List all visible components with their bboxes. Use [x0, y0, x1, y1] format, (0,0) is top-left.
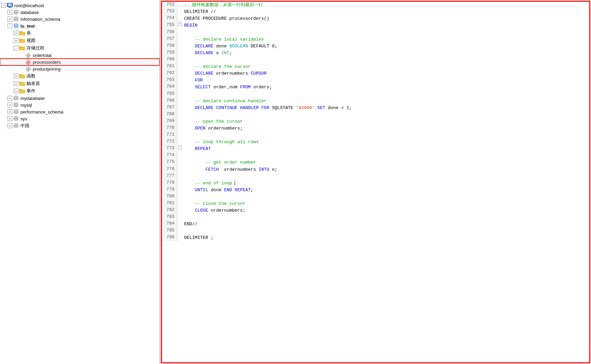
code-content-778[interactable]: -- end of loop [183, 180, 589, 187]
tree-label-lu_test_events: 事件 [27, 88, 35, 94]
expand-icon-processorders[interactable] [20, 60, 25, 64]
tree-item-processorders[interactable]: processorders [0, 59, 160, 65]
tree-label-lu_test_triggers: 触发器 [27, 80, 40, 87]
line-number-776: 776 [162, 166, 177, 173]
code-line-780: 780 [162, 194, 589, 200]
line-number-766: 766 [162, 98, 177, 105]
code-line-778: 778 -- end of loop [162, 180, 589, 187]
expand-icon-sys[interactable]: + [8, 116, 12, 121]
code-content-771[interactable] [183, 132, 589, 139]
tree-item-ordertotal[interactable]: ordertotal [0, 52, 160, 59]
code-content-777[interactable] [183, 173, 589, 180]
code-content-768[interactable] [183, 111, 589, 118]
svg-rect-27 [28, 53, 29, 54]
code-content-775[interactable]: -- get order number [183, 159, 589, 166]
code-line-761: 761 -- declare the cursor [162, 63, 589, 70]
line-number-754: 754 [162, 15, 177, 22]
code-content-760[interactable] [183, 57, 589, 63]
fold-icon-767 [177, 105, 183, 111]
code-content-784[interactable]: END// [183, 221, 589, 228]
code-content-752[interactable]: -- 循环检索数据，从第一行到最后一行 [183, 2, 589, 9]
svg-rect-31 [26, 54, 27, 55]
expand-icon-performance_schema[interactable]: + [8, 109, 12, 114]
code-content-764[interactable]: SELECT order_num FROM orders; [183, 84, 589, 91]
code-content-769[interactable]: -- open the cursor [183, 118, 589, 125]
code-content-767[interactable]: DECLARE CONTINUE HANDLER FOR SQLSTATE '0… [183, 105, 589, 111]
code-content-763[interactable]: FOR [183, 77, 589, 84]
code-content-758[interactable]: DECLARE done BOOLEAN DEFAULT 0; [183, 43, 589, 50]
code-content-785[interactable] [183, 228, 589, 234]
code-content-773[interactable]: REPEAT [183, 146, 589, 152]
tree-item-lu_test_events[interactable]: + 事件 [0, 87, 160, 95]
tree-item-lu_test_views[interactable]: + 视图 [0, 37, 160, 44]
code-content-781[interactable]: -- close the cursor [183, 200, 589, 207]
expand-icon-mydatabase[interactable]: + [8, 96, 12, 101]
expand-icon-information_schema[interactable]: + [8, 17, 12, 21]
fold-icon-755[interactable]: − [177, 22, 183, 29]
tree-item-performance_schema[interactable]: + performance_schema [0, 108, 160, 115]
code-line-755: 755−BEGIN [162, 22, 589, 29]
code-editor[interactable]: 752-- 循环检索数据，从第一行到最后一行753DELIMITER //754… [161, 1, 590, 363]
fold-icon-768 [177, 111, 183, 118]
tree-item-sys[interactable]: + sys [0, 115, 160, 122]
expand-icon-zhongguo[interactable]: + [8, 123, 12, 128]
code-content-776[interactable]: FETCH ordernumbers INTO o; [183, 166, 589, 173]
expand-icon-lu_test_tables[interactable]: + [14, 31, 18, 35]
expand-icon-lu_test_procs[interactable]: − [14, 46, 18, 50]
code-content-783[interactable] [183, 214, 589, 221]
tree-item-database[interactable]: + database [0, 9, 160, 16]
code-content-774[interactable] [183, 152, 589, 159]
node-icon-mydatabase [13, 95, 19, 101]
tree-item-lu_test_funcs[interactable]: + 函数 [0, 72, 160, 80]
tree-item-information_schema[interactable]: + information_schema [0, 16, 160, 22]
expand-icon-ordertotal[interactable] [20, 53, 25, 58]
tree-item-mydatabase[interactable]: + mydatabase [0, 95, 160, 102]
expand-icon-database[interactable]: + [8, 10, 12, 15]
code-content-786[interactable]: DELIMITER ; [183, 234, 589, 241]
svg-rect-52 [29, 67, 30, 68]
code-content-765[interactable] [183, 91, 589, 98]
expand-icon-lu_test_triggers[interactable]: + [14, 81, 18, 86]
code-content-759[interactable]: DECLARE o INT; [183, 50, 589, 57]
code-content-753[interactable]: DELIMITER // [183, 9, 589, 15]
expand-icon-lu_test_views[interactable]: + [14, 38, 18, 43]
svg-rect-1 [8, 3, 12, 6]
tree-item-lu_test_tables[interactable]: + 表 [0, 29, 160, 37]
tree-item-zhongguo[interactable]: + 中国 [0, 122, 160, 130]
fold-icon-786 [177, 234, 183, 241]
node-icon-root [7, 3, 13, 8]
svg-point-16 [14, 26, 18, 28]
code-content-762[interactable]: DECLARE ordernumbers CURSOR [183, 70, 589, 77]
tree-item-root[interactable]: − root@localhost [0, 2, 160, 9]
expand-icon-lu_test[interactable]: − [8, 24, 12, 28]
code-content-756[interactable] [183, 29, 589, 36]
expand-icon-lu_test_funcs[interactable]: + [14, 74, 18, 78]
code-content-754[interactable]: CREATE PROCEDURE processorders() [183, 15, 589, 22]
code-content-770[interactable]: OPEN ordernumbers; [183, 125, 589, 132]
svg-point-26 [28, 55, 29, 56]
tree-label-sys: sys [20, 116, 27, 121]
expand-icon-lu_test_events[interactable]: + [14, 89, 18, 93]
code-content-755[interactable]: BEGIN [183, 22, 589, 29]
fold-icon-752 [177, 2, 183, 9]
code-line-784: 784END// [162, 221, 589, 228]
svg-rect-20 [19, 31, 22, 33]
expand-icon-productpricing[interactable] [20, 66, 25, 71]
expand-icon-mysql[interactable]: + [8, 103, 12, 107]
tree-item-productpricing[interactable]: productpricing [0, 65, 160, 72]
code-content-757[interactable]: -- declare local variables [183, 36, 589, 43]
node-icon-database [13, 10, 19, 15]
code-content-782[interactable]: CLOSE ordernumbers; [183, 207, 589, 214]
code-content-779[interactable]: UNTIL done END REPEAT; [183, 187, 589, 194]
code-content-766[interactable]: -- declare continue handler [183, 98, 589, 105]
tree-item-mysql[interactable]: + mysql [0, 102, 160, 108]
expand-icon-root[interactable]: − [1, 3, 6, 8]
fold-icon-773[interactable]: − [177, 146, 183, 152]
code-content-761[interactable]: -- declare the cursor [183, 63, 589, 70]
tree-item-lu_test_triggers[interactable]: + 触发器 [0, 80, 160, 87]
tree-item-lu_test[interactable]: − lu_test [0, 22, 160, 29]
code-line-768: 768 [162, 111, 589, 118]
code-content-780[interactable] [183, 194, 589, 200]
code-content-772[interactable]: -- loop through all rows [183, 139, 589, 146]
tree-item-lu_test_procs[interactable]: − 存储过程 [0, 44, 160, 52]
